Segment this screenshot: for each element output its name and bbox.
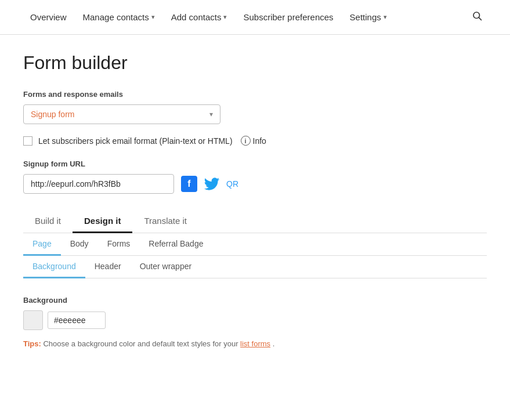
design-subnav-header[interactable]: Header [85,256,131,278]
page-title: Form builder [23,52,487,74]
tab-translate-it[interactable]: Translate it [132,210,198,233]
design-subnav: Background Header Outer wrapper [23,256,487,278]
url-section-label: Signup form URL [23,160,487,168]
sub-tab-referral-badge[interactable]: Referral Badge [139,233,212,256]
info-badge[interactable]: i Info [241,136,266,146]
tips-label: Tips: [23,339,41,348]
tips-row: Tips: Choose a background color and defa… [23,339,487,348]
tips-text: Choose a background color and default te… [43,339,240,348]
background-color-row [23,310,487,330]
design-subnav-outer-wrapper[interactable]: Outer wrapper [131,256,201,278]
sub-tab-body[interactable]: Body [61,233,98,256]
url-row: f QR [23,174,487,194]
email-format-row: Let subscribers pick email format (Plain… [23,136,487,146]
forms-dropdown[interactable]: Signup form ▾ [23,104,220,124]
sub-tabs: Page Body Forms Referral Badge [23,233,487,256]
nav-manage-contacts-label: Manage contacts [83,12,149,22]
social-icons: f QR [181,176,238,192]
email-format-checkbox[interactable] [23,136,32,146]
manage-contacts-chevron-icon: ▾ [151,13,155,21]
sub-tab-forms[interactable]: Forms [98,233,140,256]
nav-add-contacts-label: Add contacts [171,12,222,22]
email-format-label: Let subscribers pick email format (Plain… [38,136,233,146]
nav-settings[interactable]: Settings ▾ [343,8,394,27]
nav-manage-contacts[interactable]: Manage contacts ▾ [76,8,162,27]
tips-link[interactable]: list forms [240,339,270,348]
twitter-share-button[interactable] [202,176,222,192]
tab-build-it[interactable]: Build it [23,210,73,233]
settings-chevron-icon: ▾ [384,13,387,21]
forms-dropdown-chevron-icon: ▾ [209,110,213,118]
design-subnav-background[interactable]: Background [23,256,85,278]
nav-overview-label: Overview [30,12,67,22]
background-color-input[interactable] [48,312,106,329]
nav-settings-label: Settings [350,12,381,22]
background-label: Background [23,296,487,305]
forms-dropdown-value: Signup form [31,110,74,119]
add-contacts-chevron-icon: ▾ [223,13,227,21]
facebook-share-button[interactable]: f [181,176,197,192]
search-button[interactable] [467,6,487,28]
forms-section: Forms and response emails Signup form ▾ [23,90,487,124]
tab-design-it[interactable]: Design it [73,210,132,233]
main-content: Form builder Forms and response emails S… [0,35,510,371]
nav-subscriber-preferences-label: Subscriber preferences [243,12,333,22]
url-section: Signup form URL f QR [23,160,487,194]
nav-overview[interactable]: Overview [23,8,74,27]
nav-subscriber-preferences[interactable]: Subscriber preferences [236,8,340,27]
main-tabs: Build it Design it Translate it [23,210,487,233]
background-section: Background Tips: Choose a background col… [23,290,487,354]
nav-add-contacts[interactable]: Add contacts ▾ [164,8,234,27]
qr-button[interactable]: QR [226,179,238,189]
info-circle-icon: i [241,136,251,146]
sub-tab-page[interactable]: Page [23,233,61,256]
forms-section-label: Forms and response emails [23,90,487,99]
navigation: Overview Manage contacts ▾ Add contacts … [0,0,510,35]
background-color-swatch[interactable] [23,310,43,330]
tips-suffix: . [273,339,275,348]
svg-line-1 [479,17,481,20]
info-label: Info [253,136,266,146]
url-input[interactable] [23,174,174,194]
